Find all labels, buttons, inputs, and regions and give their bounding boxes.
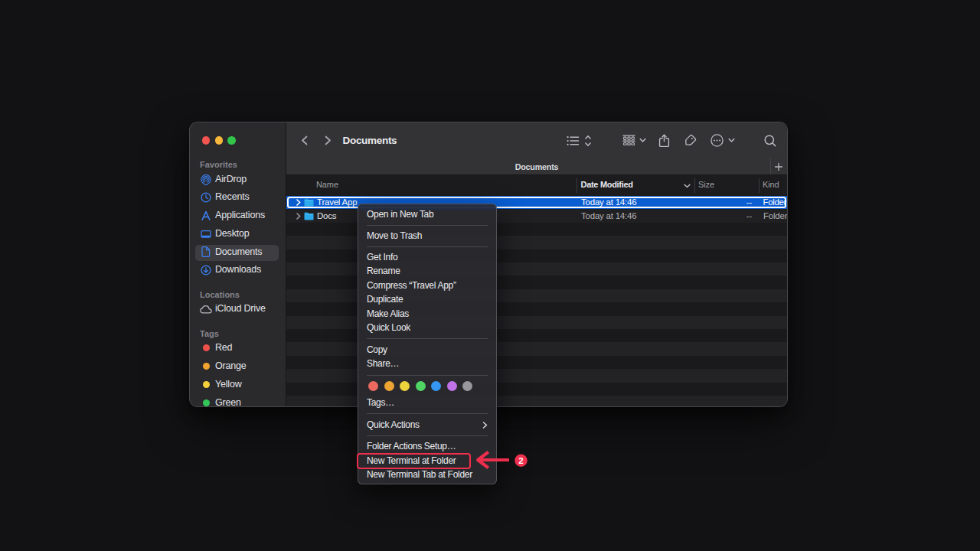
svg-text:2: 2 bbox=[518, 456, 523, 465]
